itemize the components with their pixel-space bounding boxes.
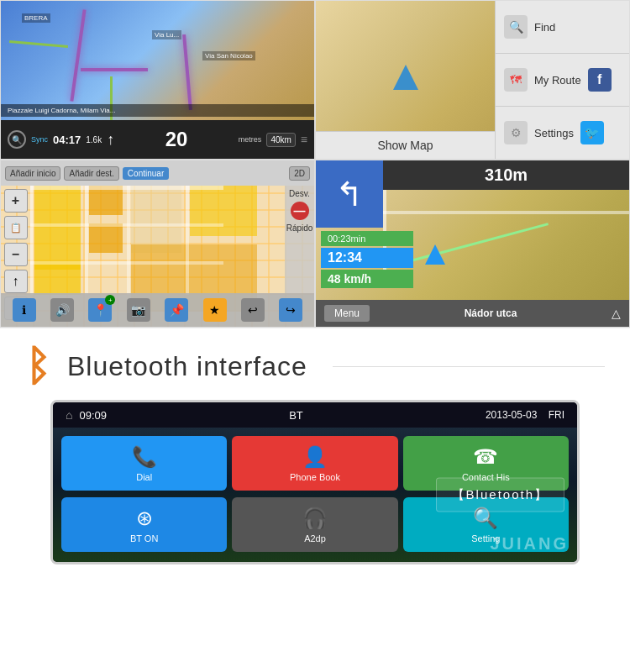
a2dp-label: A2dp (304, 533, 326, 543)
sound-icon[interactable]: 🔊 (50, 298, 74, 322)
bt-on-label: BT ON (130, 533, 158, 543)
settings-button[interactable]: ⚙ Settings 🐦 (496, 107, 629, 159)
map-bottom-icons: ℹ 🔊 📍+ 📷 📌 ★ ↩ ↪ (1, 293, 314, 327)
menu-lines-icon: ≡ (301, 133, 307, 146)
arrow-up-btn[interactable]: ↑ (4, 270, 28, 293)
bt-on-icon: ⊛ (136, 507, 153, 530)
bt-phone-wrapper: ⌂ 09:09 BT 2013-05-03 FRI 📞 Dial 👤 Phon (0, 400, 630, 573)
desv-label: Desv. (289, 189, 310, 198)
my-route-button[interactable]: 🗺 My Route f (496, 54, 629, 107)
phone-book-button[interactable]: 👤 Phone Book (232, 436, 397, 491)
status-day: FRI (549, 409, 564, 421)
camera-icon[interactable]: 📷 (127, 298, 150, 322)
location-icon[interactable]: 📍+ (88, 298, 112, 322)
rapid-label: Rápido (286, 223, 313, 233)
continue-btn[interactable]: Continuar (123, 167, 169, 180)
contact-history-icon: ☎ (473, 445, 498, 469)
nav-cell-turn-by-turn: József Attila utca ↰ 310m 00:23min 12:34… (315, 160, 630, 328)
arrival-time: 12:34 (321, 248, 413, 268)
street-label-2: Via Lu... (152, 30, 181, 39)
pin-icon[interactable]: 📌 (165, 298, 188, 322)
search-icon: 🔍 (8, 130, 26, 149)
street-label-3: Via San Nicolao (202, 51, 255, 60)
distance-display: 20 (119, 128, 234, 151)
route-label: My Route (534, 74, 581, 87)
turn-bottom-bar: Menu Nádor utca △ (316, 300, 629, 327)
menu-button[interactable]: Menu (324, 305, 370, 322)
bt-status-left: ⌂ 09:09 (66, 408, 107, 422)
distance-unit: metres (239, 135, 262, 144)
arrow-icon: ↑ (107, 131, 114, 149)
bluetooth-section-header: ᛒ Bluetooth interface (0, 328, 630, 400)
map-mode-btn[interactable]: 2D (289, 166, 310, 181)
facebook-icon: f (588, 68, 612, 92)
show-map-label[interactable]: Show Map (316, 131, 495, 159)
settings-icon: ⚙ (504, 121, 528, 144)
nav-grid: BRERA Via Lu... Via San Nicolao 🔍 Sync 0… (0, 0, 630, 328)
watermark: JUIANG (490, 534, 569, 554)
phone-book-label: Phone Book (290, 472, 340, 482)
street-bottom-label: Piazzale Luigi Cadorna, Milam Via... (1, 104, 314, 117)
bt-main-area: 📞 Dial 👤 Phone Book ☎ Contact His ⊛ BT O… (53, 428, 577, 562)
street-label-1: BRERA (22, 13, 50, 23)
nav-cell-gps-menu: Show Map 🔍 Find 🗺 My Route f ⚙ Settings … (315, 0, 630, 160)
bottom-street-name: Nádor utca (465, 307, 517, 319)
current-speed: 48 km/h (321, 270, 413, 288)
settings-label: Settings (534, 127, 574, 139)
bluetooth-symbol-icon: ᛒ (25, 345, 50, 387)
turn-info-box: 00:23min 12:34 48 km/h (316, 228, 629, 291)
sync-label: Sync (31, 135, 48, 144)
turn-distance: 310m (383, 160, 629, 190)
gps-menu-buttons: 🔍 Find 🗺 My Route f ⚙ Settings 🐦 (495, 1, 629, 159)
nav-time: 04:17 (53, 134, 81, 146)
divider-line (333, 366, 605, 367)
map-page-icon: 📋 (4, 216, 28, 239)
phone-book-icon: 👤 (302, 445, 328, 469)
no-entry-icon: — (291, 202, 309, 220)
bluetooth-title: Bluetooth interface (67, 351, 307, 382)
zoom-in-btn[interactable]: + (4, 189, 28, 213)
bluetooth-panel-label: 【Bluetooth】 (436, 478, 564, 512)
nav-cell-street-map: Añadir inicio Añadir dest. Continuar 2D … (0, 160, 315, 328)
bottom-chevron-icon: △ (612, 307, 621, 320)
back-arrow-icon[interactable]: ↩ (241, 298, 265, 322)
bt-on-button[interactable]: ⊛ BT ON (61, 497, 227, 552)
status-date: 2013-05-03 (486, 409, 537, 421)
dial-icon: 📞 (132, 445, 157, 469)
gps-map-preview: Show Map (316, 1, 495, 159)
add-start-btn[interactable]: Añadir inicio (5, 166, 60, 181)
map-toolbar: Añadir inicio Añadir dest. Continuar 2D (1, 160, 314, 186)
home-icon: ⌂ (66, 408, 72, 422)
map-right-panel: Desv. — Rápido (285, 186, 314, 293)
turn-arrow-symbol: ↰ (335, 175, 364, 213)
route-icon: 🗺 (504, 68, 528, 92)
zoom-out-btn[interactable]: − (4, 243, 28, 266)
nav-status-bar: 🔍 Sync 04:17 1.6k ↑ 20 metres 40km ≡ (1, 120, 314, 159)
a2dp-button[interactable]: 🎧 A2dp (232, 497, 397, 552)
time-remaining: 00:23min (321, 231, 413, 246)
find-icon: 🔍 (504, 15, 528, 39)
twitter-icon: 🐦 (580, 121, 604, 144)
speed-badge: 40km (266, 133, 295, 147)
turn-arrow-box: ↰ (316, 160, 383, 228)
find-button[interactable]: 🔍 Find (496, 1, 629, 54)
status-time: 09:09 (79, 409, 107, 422)
bt-phone-container: ⌂ 09:09 BT 2013-05-03 FRI 📞 Dial 👤 Phon (50, 400, 580, 564)
bt-status-bar: ⌂ 09:09 BT 2013-05-03 FRI (53, 402, 577, 428)
a2dp-icon: 🎧 (302, 507, 328, 530)
gps-arrow-icon (393, 65, 418, 90)
add-dest-btn[interactable]: Añadir dest. (64, 166, 118, 181)
forward-arrow-icon[interactable]: ↪ (279, 298, 302, 322)
dial-label: Dial (136, 472, 152, 482)
time-unit: 1.6k (86, 135, 102, 144)
dial-button[interactable]: 📞 Dial (61, 436, 227, 491)
info-icon[interactable]: ℹ (13, 298, 36, 322)
nav-cell-route: BRERA Via Lu... Via San Nicolao 🔍 Sync 0… (0, 0, 315, 160)
status-bt-label: BT (289, 409, 303, 422)
find-label: Find (534, 21, 555, 34)
star-icon[interactable]: ★ (203, 298, 227, 322)
status-date-day: 2013-05-03 FRI (486, 409, 564, 421)
